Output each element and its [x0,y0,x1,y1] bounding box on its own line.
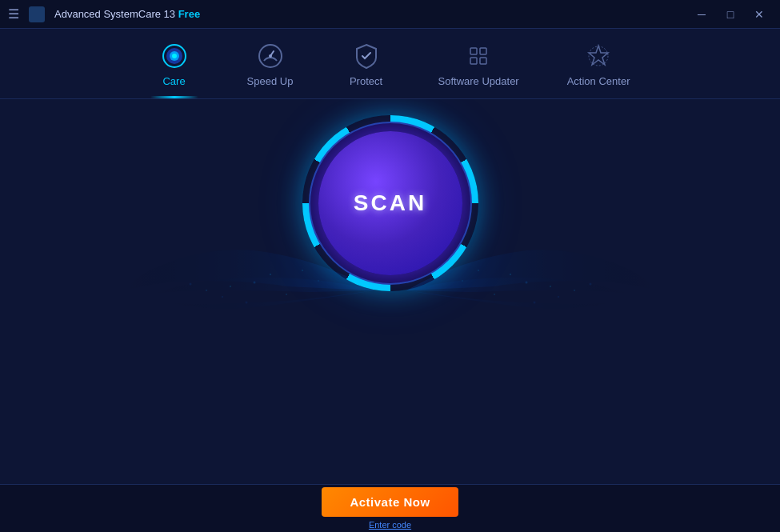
svg-point-31 [494,294,495,295]
svg-point-20 [245,301,247,303]
software-updater-icon [464,42,493,70]
care-icon [160,42,189,70]
nav-item-software-updater[interactable]: Software Updater [414,35,543,98]
footer: Activate Now Enter code [0,484,780,532]
svg-point-25 [574,290,575,291]
nav-item-protect[interactable]: Protect [318,35,414,98]
svg-point-24 [550,286,551,287]
svg-point-26 [589,282,591,285]
nav-label-protect: Protect [350,75,382,87]
svg-point-12 [270,274,271,275]
action-center-icon [584,42,613,70]
svg-point-16 [189,282,191,285]
svg-point-19 [222,296,223,298]
svg-point-14 [230,286,231,287]
svg-point-6 [269,54,272,58]
speedup-icon [256,42,285,70]
menu-icon[interactable]: ☰ [8,6,19,22]
scan-label: SCAN [354,190,426,216]
window-controls: ─ □ ✕ [689,3,772,26]
nav-item-action-center[interactable]: Action Center [543,35,654,98]
nav-label-action-center: Action Center [567,75,630,87]
svg-point-29 [558,296,559,298]
svg-point-30 [533,301,535,303]
maximize-button[interactable]: □ [718,3,743,26]
svg-point-15 [206,290,207,291]
main-content: SCAN [0,99,780,497]
app-title: Advanced SystemCare 13 Free [54,8,689,20]
svg-rect-9 [470,58,477,64]
svg-rect-8 [480,48,486,54]
nav-item-care[interactable]: Care [126,35,222,98]
nav-label-speedup: Speed Up [247,75,294,87]
svg-rect-7 [470,48,477,54]
nav-item-speedup[interactable]: Speed Up [222,35,318,98]
scan-outer-ring: SCAN [302,115,478,291]
scan-area: SCAN [302,115,478,291]
minimize-button[interactable]: ─ [689,3,714,26]
nav-label-software-updater: Software Updater [438,75,519,87]
app-icon [29,6,45,22]
svg-point-13 [253,281,255,283]
scan-button[interactable]: SCAN [318,131,462,275]
svg-point-3 [172,54,177,58]
svg-rect-10 [480,58,486,64]
svg-point-23 [525,281,527,283]
close-button[interactable]: ✕ [746,3,772,26]
svg-point-21 [286,294,287,295]
nav-label-care: Care [162,75,185,87]
activate-now-button[interactable]: Activate Now [322,487,458,517]
enter-code-link[interactable]: Enter code [369,520,411,530]
svg-point-22 [510,274,511,275]
title-bar: ☰ Advanced SystemCare 13 Free ─ □ ✕ [0,0,780,29]
nav-bar: Care Speed Up Protect [0,29,780,99]
protect-icon [352,42,381,70]
